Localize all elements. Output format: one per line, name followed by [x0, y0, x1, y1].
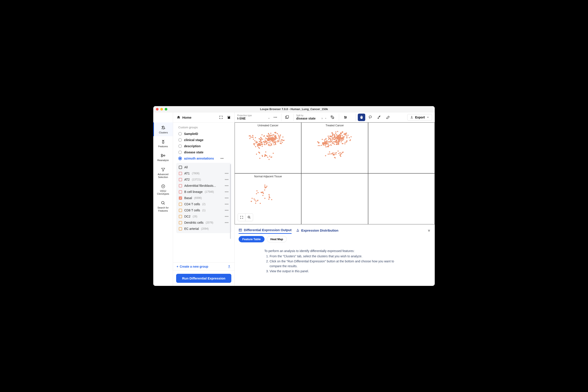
projection-select[interactable]: Projection type t-SNE: [237, 114, 270, 120]
svg-point-25: [345, 118, 346, 118]
brush-tool[interactable]: [375, 114, 383, 121]
projection-group: Projection type t-SNE •••: [237, 114, 281, 121]
chevron-down-icon: [324, 117, 327, 120]
svg-point-15: [161, 202, 164, 204]
more-icon[interactable]: •••: [225, 184, 229, 188]
more-icon[interactable]: •••: [225, 172, 229, 175]
clear-icon[interactable]: [321, 117, 324, 120]
plot-area[interactable]: Untreated Cancer Treated Cancer Normal A…: [235, 122, 435, 224]
minimize-window-button[interactable]: [160, 108, 163, 110]
fullscreen-icon[interactable]: [219, 115, 223, 119]
tag-icon[interactable]: [329, 114, 336, 121]
nav-label: Clusters: [159, 131, 168, 134]
cluster-item[interactable]: Adventitial fibroblasts...•••: [176, 182, 231, 189]
pan-tool[interactable]: [358, 114, 365, 121]
cluster-item[interactable]: CD4 T cells(2)•••: [176, 201, 231, 207]
cluster-item[interactable]: AT1(7806)•••: [176, 170, 231, 176]
plot-zoom-controls: [238, 213, 253, 221]
groups-scroll[interactable]: Custom groups SampleID clinical stage de…: [173, 122, 234, 262]
run-differential-expression-button[interactable]: Run Differential Expression: [176, 274, 231, 283]
cluster-all[interactable]: All: [176, 164, 231, 170]
plot-untreated[interactable]: Untreated Cancer: [235, 122, 301, 173]
more-icon[interactable]: •••: [225, 215, 229, 218]
dna-icon: [161, 139, 166, 144]
more-icon[interactable]: •••: [225, 196, 229, 200]
group-description[interactable]: description: [175, 143, 232, 149]
custom-groups-label: Custom groups: [175, 124, 232, 131]
app-window: Loupe Browser 7.0.0 - Human_Lung_Cancer_…: [153, 106, 435, 286]
cluster-item[interactable]: Basal(6996)•••: [176, 195, 231, 201]
pill-heat-map[interactable]: Heat Map: [267, 236, 287, 242]
plot-treated[interactable]: Treated Cancer: [301, 122, 368, 173]
svg-point-10: [161, 156, 162, 157]
zoom-in-button[interactable]: [245, 214, 253, 221]
cluster-item[interactable]: Dendritic cells(2076)•••: [176, 220, 231, 226]
group-clinical-stage[interactable]: clinical stage: [175, 137, 232, 143]
close-window-button[interactable]: [156, 108, 159, 110]
export-button[interactable]: Export: [407, 114, 432, 121]
more-icon[interactable]: •••: [220, 157, 224, 160]
fit-zoom-button[interactable]: [238, 214, 245, 221]
group-azimuth[interactable]: azimuth annotations •••: [175, 155, 232, 162]
more-icon[interactable]: •••: [225, 221, 229, 224]
more-icon[interactable]: •••: [225, 178, 229, 181]
nav-features[interactable]: Features: [153, 136, 173, 150]
upload-icon[interactable]: [227, 265, 231, 268]
cluster-list: All AT1(7806)••• AT2(13721)••• Adventiti…: [176, 163, 231, 233]
plot-empty-bl: [301, 173, 368, 224]
search-icon: [161, 200, 166, 206]
svg-point-11: [164, 155, 165, 156]
nav-clusters[interactable]: Clusters: [153, 122, 173, 136]
create-group-button[interactable]: + Create a new group: [173, 262, 234, 271]
svg-line-12: [162, 155, 164, 156]
nav-vdj-clonotypes[interactable]: V(D)J Clonotypes: [153, 181, 173, 198]
home-button[interactable]: Home: [177, 115, 191, 119]
more-icon[interactable]: •••: [225, 208, 229, 212]
pill-feature-table[interactable]: Feature Table: [239, 236, 264, 242]
lasso-tool[interactable]: [367, 114, 374, 121]
nav-reanalyze[interactable]: Reanalyze: [153, 150, 173, 164]
tab-de-output[interactable]: Differential Expression Output: [239, 227, 291, 234]
funnel-icon: [161, 167, 166, 172]
settings-icon[interactable]: [342, 114, 349, 121]
chevron-down-icon: [268, 117, 270, 120]
split-by-select[interactable]: Split by disease state: [296, 114, 327, 120]
collapse-panel-button[interactable]: [427, 228, 431, 232]
nav-label: Search for Features: [154, 206, 172, 212]
nav-label: Features: [158, 145, 168, 148]
svg-point-5: [163, 128, 164, 129]
download-icon[interactable]: [226, 157, 229, 160]
svg-point-24: [346, 117, 347, 118]
nav-search-features[interactable]: Search for Features: [153, 198, 173, 214]
window-controls: [156, 108, 167, 110]
nav-label: Advanced Selection: [154, 173, 172, 179]
bottom-tabs: Differential Expression Output Expressio…: [239, 227, 431, 234]
more-icon[interactable]: •••: [225, 202, 229, 206]
maximize-window-button[interactable]: [165, 108, 167, 110]
svg-point-26: [369, 116, 372, 118]
window-title: Loupe Browser 7.0.0 - Human_Lung_Cancer_…: [260, 108, 328, 111]
view-mode-pills: Feature Table Heat Map: [239, 236, 431, 242]
projection-more-button[interactable]: •••: [271, 114, 279, 121]
nav-top-spacer: [153, 112, 173, 122]
group-disease-state[interactable]: disease state: [175, 149, 232, 155]
svg-point-0: [162, 126, 162, 127]
cluster-item[interactable]: AT2(13721)•••: [176, 176, 231, 182]
svg-point-4: [164, 128, 165, 129]
cluster-item[interactable]: DC2(26)•••: [176, 213, 231, 220]
more-icon[interactable]: •••: [225, 190, 229, 194]
cluster-item[interactable]: EC arterial(2094): [176, 226, 231, 232]
cluster-item[interactable]: CD8 T cells(1)•••: [176, 207, 231, 213]
group-actions: •••: [220, 157, 229, 160]
titlebar: Loupe Browser 7.0.0 - Human_Lung_Cancer_…: [153, 106, 435, 112]
save-icon[interactable]: [227, 115, 231, 119]
nav-advanced-selection[interactable]: Advanced Selection: [153, 164, 173, 181]
eraser-tool[interactable]: [384, 114, 392, 121]
svg-point-3: [164, 127, 164, 128]
group-sampleid[interactable]: SampleID: [175, 131, 232, 137]
clusters-icon: [161, 126, 166, 130]
cluster-item[interactable]: B cell lineage(17546)•••: [176, 189, 231, 195]
gallery-icon[interactable]: [283, 114, 291, 121]
tab-expression-distribution[interactable]: Expression Distribution: [296, 227, 339, 234]
svg-point-9: [161, 154, 162, 156]
